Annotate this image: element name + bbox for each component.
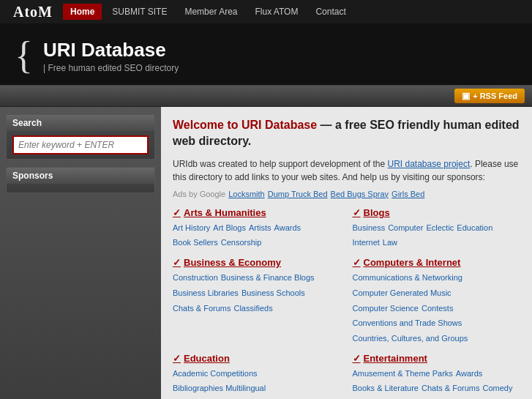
link-eclectic[interactable]: Eclectic	[426, 221, 454, 235]
sponsors-section-title: Sponsors	[7, 168, 154, 184]
check-icon-business: ✓	[173, 257, 181, 268]
check-icon-education: ✓	[173, 353, 181, 364]
link-books-literature[interactable]: Books & Literature	[353, 381, 419, 395]
uri-db-link[interactable]: URI database project	[388, 159, 471, 169]
category-arts-label: Arts & Humanities	[184, 207, 266, 218]
link-biz-libraries[interactable]: Business Libraries	[173, 286, 239, 300]
sponsor-link-3[interactable]: Girls Bed	[391, 190, 424, 198]
ads-by-label: Ads by Google	[173, 190, 225, 198]
category-business-label: Business & Economy	[184, 257, 281, 268]
link-censorship[interactable]: Censorship	[221, 236, 262, 250]
nav-item-flux[interactable]: Flux ATOM	[247, 4, 305, 20]
link-academic-competitions[interactable]: Academic Competitions	[173, 367, 258, 381]
category-business-links: Construction Business & Finance Blogs Bu…	[173, 271, 341, 315]
link-computer-music[interactable]: Computer Generated Music	[353, 286, 452, 300]
check-icon-blogs: ✓	[353, 207, 361, 218]
link-book-sellers[interactable]: Book Sellers	[173, 236, 218, 250]
category-entertainment-links: Amusement & Theme Parks Awards Books & L…	[353, 367, 521, 399]
nav-item-submit[interactable]: SUBMIT SITE	[105, 4, 174, 20]
category-arts-title[interactable]: ✓ Arts & Humanities	[173, 207, 341, 218]
link-comms-networking[interactable]: Communications & Networking	[353, 271, 462, 285]
rss-feed-button[interactable]: ▣ + RSS Feed	[454, 89, 525, 103]
sponsors-body	[7, 184, 154, 193]
main-content: Welcome to URI Database — a free SEO fri…	[161, 107, 532, 399]
sponsor-link-0[interactable]: Locksmith	[228, 190, 265, 198]
link-artists[interactable]: Artists	[249, 221, 271, 235]
category-blogs: ✓ Blogs Business Computer Eclectic Educa…	[353, 207, 521, 250]
main-layout: Search Sponsors Welcome to URI Database …	[0, 107, 532, 399]
check-icon-entertainment: ✓	[353, 353, 361, 364]
rss-bar: ▣ + RSS Feed	[0, 85, 532, 107]
search-input[interactable]	[12, 135, 149, 154]
sponsor-link-2[interactable]: Bed Bugs Spray	[331, 190, 389, 198]
category-computers: ✓ Computers & Internet Communications & …	[353, 257, 521, 345]
rss-icon: ▣	[462, 91, 470, 101]
link-countries-cultures[interactable]: Countries, Cultures, and Groups	[353, 332, 468, 346]
link-biz-schools[interactable]: Business Schools	[241, 286, 305, 300]
link-internet-blogs[interactable]: Internet	[353, 236, 380, 250]
link-law-blogs[interactable]: Law	[383, 236, 397, 250]
category-education: ✓ Education Academic Competitions Biblio…	[173, 353, 341, 399]
search-section-body	[7, 131, 154, 159]
category-computers-links: Communications & Networking Computer Gen…	[353, 271, 521, 345]
category-business-title[interactable]: ✓ Business & Economy	[173, 257, 341, 268]
category-arts-links: Art History Art Blogs Artists Awards Boo…	[173, 221, 341, 250]
link-comedy[interactable]: Comedy	[482, 381, 512, 395]
category-blogs-title[interactable]: ✓ Blogs	[353, 207, 521, 218]
category-entertainment: ✓ Entertainment Amusement & Theme Parks …	[353, 353, 521, 399]
link-chats-forums-ent[interactable]: Chats & Forums	[422, 381, 479, 395]
link-construction[interactable]: Construction	[173, 271, 218, 285]
link-art-history[interactable]: Art History	[173, 221, 210, 235]
welcome-heading: Welcome to URI Database — a free SEO fri…	[173, 117, 520, 150]
welcome-description: URIdb was created to help support develo…	[173, 157, 520, 184]
check-icon-computers: ✓	[353, 257, 361, 268]
link-chats-forums-biz[interactable]: Chats & Forums	[173, 302, 231, 316]
site-subtitle: | Free human edited SEO directory	[43, 63, 179, 73]
site-title-block: URI Database | Free human edited SEO dir…	[43, 39, 179, 73]
site-logo[interactable]: AtoM	[6, 4, 60, 20]
category-computers-label: Computers & Internet	[364, 257, 461, 268]
link-education-blogs[interactable]: Education	[457, 221, 492, 235]
rss-label: + RSS Feed	[473, 92, 517, 100]
category-computers-title[interactable]: ✓ Computers & Internet	[353, 257, 521, 268]
link-awards-ent[interactable]: Awards	[456, 367, 482, 381]
nav-item-home[interactable]: Home	[63, 4, 102, 20]
check-icon-arts: ✓	[173, 207, 181, 218]
link-computer-blogs[interactable]: Computer	[388, 221, 423, 235]
sponsor-links: Ads by Google Locksmith Dump Truck Bed B…	[173, 190, 520, 198]
link-contests[interactable]: Contests	[422, 302, 453, 316]
category-blogs-label: Blogs	[364, 207, 390, 218]
category-blogs-links: Business Computer Eclectic Education Int…	[353, 221, 521, 250]
category-business: ✓ Business & Economy Construction Busine…	[173, 257, 341, 345]
top-navigation: AtoM Home SUBMIT SITE Member Area Flux A…	[0, 0, 532, 23]
search-section: Search	[6, 114, 155, 160]
welcome-highlight: Welcome to URI Database	[173, 119, 317, 131]
search-section-title: Search	[7, 115, 154, 131]
category-education-title[interactable]: ✓ Education	[173, 353, 341, 364]
category-entertainment-title[interactable]: ✓ Entertainment	[353, 353, 521, 364]
nav-item-contact[interactable]: Contact	[308, 4, 353, 20]
categories-grid: ✓ Arts & Humanities Art History Art Blog…	[173, 207, 520, 399]
link-art-blogs[interactable]: Art Blogs	[213, 221, 246, 235]
link-awards-arts[interactable]: Awards	[274, 221, 301, 235]
link-conventions[interactable]: Conventions and Trade Shows	[353, 316, 462, 330]
sidebar: Search Sponsors	[0, 107, 161, 399]
nav-item-member[interactable]: Member Area	[177, 4, 244, 20]
link-biz-finance-blogs[interactable]: Business & Finance Blogs	[221, 271, 315, 285]
link-bibliographies[interactable]: Bibliographies Multilingual	[173, 381, 266, 395]
link-classifieds[interactable]: Classifieds	[233, 302, 272, 316]
link-amusement-parks[interactable]: Amusement & Theme Parks	[353, 367, 453, 381]
category-entertainment-label: Entertainment	[364, 353, 427, 364]
description-text: URIdb was created to help support develo…	[173, 159, 388, 169]
site-title: URI Database	[43, 39, 179, 61]
category-education-label: Education	[184, 353, 230, 364]
site-header: { URI Database | Free human edited SEO d…	[0, 23, 532, 85]
sponsor-link-1[interactable]: Dump Truck Bed	[268, 190, 328, 198]
category-arts: ✓ Arts & Humanities Art History Art Blog…	[173, 207, 341, 250]
category-education-links: Academic Competitions Bibliographies Mul…	[173, 367, 341, 399]
link-business-blogs[interactable]: Business	[353, 221, 386, 235]
link-computer-science[interactable]: Computer Science	[353, 302, 419, 316]
sponsors-section: Sponsors	[6, 167, 155, 193]
brace-icon: {	[15, 37, 33, 75]
